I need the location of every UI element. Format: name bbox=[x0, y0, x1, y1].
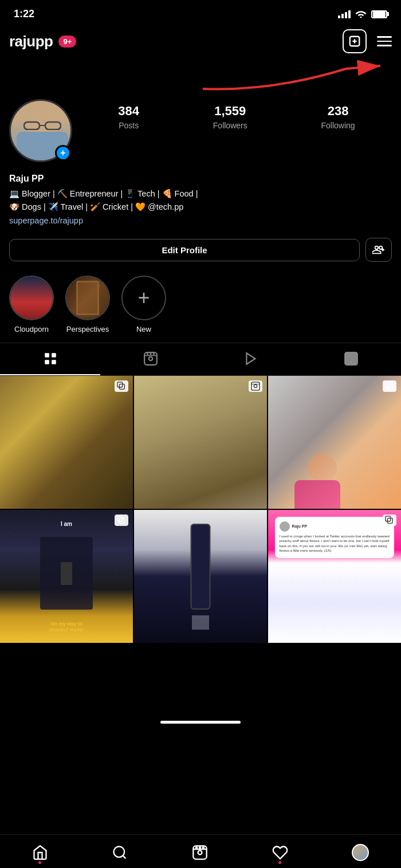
svg-rect-23 bbox=[251, 382, 260, 390]
followers-count: 1,559 bbox=[213, 104, 247, 119]
add-post-button[interactable] bbox=[343, 29, 367, 53]
svg-rect-6 bbox=[45, 122, 61, 129]
wifi-icon bbox=[355, 9, 367, 20]
highlight-perspectives-circle bbox=[65, 276, 110, 320]
following-count: 238 bbox=[321, 104, 355, 119]
stats-row: 384 Posts 1,559 Followers 238 Following bbox=[81, 99, 392, 130]
svg-point-13 bbox=[148, 357, 152, 361]
avatar-container: + bbox=[9, 99, 72, 162]
photo-poster[interactable]: I am On my way toIstanbul Mode! bbox=[0, 510, 133, 643]
status-icons bbox=[338, 9, 387, 20]
svg-point-17 bbox=[152, 354, 154, 355]
photo-phone[interactable] bbox=[134, 510, 267, 643]
svg-point-16 bbox=[150, 354, 151, 355]
highlight-new-label: New bbox=[136, 325, 151, 333]
photo-selfie[interactable] bbox=[268, 376, 401, 509]
activity-notification-dot bbox=[278, 861, 281, 864]
multiple-badge bbox=[115, 380, 128, 392]
profile-section: + 384 Posts 1,559 Followers 238 Followin… bbox=[0, 99, 401, 171]
header-left: rajupp 9+ bbox=[9, 33, 76, 50]
highlight-perspectives[interactable]: Perspectives bbox=[65, 276, 110, 333]
svg-rect-9 bbox=[52, 354, 56, 358]
menu-line bbox=[377, 45, 392, 46]
svg-point-24 bbox=[254, 385, 257, 388]
svg-point-32 bbox=[114, 847, 125, 858]
arrow-annotation bbox=[0, 60, 401, 95]
tagged-icon bbox=[344, 351, 359, 366]
followers-stat[interactable]: 1,559 Followers bbox=[213, 104, 247, 130]
svg-line-33 bbox=[123, 855, 126, 858]
profile-avatar-nav bbox=[352, 844, 369, 861]
multiple-badge-2 bbox=[383, 380, 396, 392]
tab-video[interactable] bbox=[200, 343, 301, 375]
highlight-cloudporn-circle bbox=[9, 276, 54, 320]
posts-stat[interactable]: 384 Posts bbox=[118, 104, 139, 130]
cloudporn-image bbox=[10, 277, 53, 319]
nav-activity[interactable] bbox=[265, 842, 295, 863]
photo-tweet-image: Raju PP I used to cringe when I looked a… bbox=[268, 510, 401, 643]
add-to-story-button[interactable]: + bbox=[55, 145, 71, 161]
bio-line1: 💻 Blogger | ⛏️ Entrepreneur | 📱 Tech | 🍕… bbox=[9, 189, 198, 198]
reels-icon bbox=[143, 351, 158, 366]
home-notification-dot bbox=[38, 861, 41, 864]
bio-link[interactable]: superpage.to/rajupp bbox=[9, 216, 392, 225]
svg-point-38 bbox=[199, 847, 200, 848]
following-label: Following bbox=[321, 121, 355, 130]
following-stat[interactable]: 238 Following bbox=[321, 104, 355, 130]
bio-text: 💻 Blogger | ⛏️ Entrepreneur | 📱 Tech | 🍕… bbox=[9, 187, 392, 214]
highlight-new[interactable]: + New bbox=[121, 276, 166, 333]
photo-tweet[interactable]: Raju PP I used to cringe when I looked a… bbox=[268, 510, 401, 643]
search-icon bbox=[112, 845, 128, 861]
photo-dog1[interactable] bbox=[0, 376, 133, 509]
display-name: Raju PP bbox=[9, 174, 392, 184]
posts-label: Posts bbox=[118, 121, 139, 130]
nav-search[interactable] bbox=[105, 842, 135, 863]
highlight-cloudporn[interactable]: Cloudporn bbox=[9, 276, 54, 333]
tab-tagged[interactable] bbox=[301, 343, 401, 375]
menu-line bbox=[377, 36, 392, 38]
svg-marker-18 bbox=[246, 354, 255, 365]
home-icon bbox=[32, 845, 48, 861]
svg-rect-8 bbox=[45, 354, 49, 358]
menu-button[interactable] bbox=[377, 36, 392, 46]
photo-dog1-image bbox=[0, 376, 133, 509]
edit-profile-button[interactable]: Edit Profile bbox=[9, 239, 360, 261]
perspectives-image bbox=[66, 277, 109, 319]
nav-reels[interactable] bbox=[185, 842, 215, 863]
reels-nav-icon bbox=[192, 845, 208, 861]
action-row: Edit Profile bbox=[0, 232, 401, 271]
menu-line bbox=[377, 41, 392, 42]
username: rajupp bbox=[9, 33, 53, 50]
bottom-navigation bbox=[0, 834, 401, 868]
photo-poster-image: I am On my way toIstanbul Mode! bbox=[0, 510, 133, 643]
nav-profile[interactable] bbox=[345, 842, 376, 863]
bio-line2: 🐶 Dogs | ✈️ Travel | 🏏 Cricket | 🧡 @tech… bbox=[9, 202, 183, 211]
multiple-badge-4 bbox=[383, 514, 396, 526]
avatar-glasses bbox=[23, 120, 61, 130]
svg-point-39 bbox=[203, 847, 204, 848]
play-icon bbox=[243, 351, 258, 366]
grid-icon bbox=[43, 351, 58, 366]
svg-point-35 bbox=[198, 851, 202, 855]
svg-point-0 bbox=[360, 16, 361, 17]
nav-home[interactable] bbox=[25, 842, 55, 863]
highlight-add-circle[interactable]: + bbox=[121, 276, 166, 320]
svg-rect-10 bbox=[45, 360, 49, 365]
multiple-badge-3 bbox=[115, 514, 128, 526]
header-right bbox=[343, 29, 392, 53]
profile-header: rajupp 9+ bbox=[0, 25, 401, 60]
signal-icon bbox=[338, 10, 351, 18]
photo-dog2[interactable] bbox=[134, 376, 267, 509]
tab-grid[interactable] bbox=[0, 343, 100, 375]
add-friend-button[interactable] bbox=[365, 238, 392, 262]
photo-selfie-image bbox=[268, 376, 401, 509]
heart-icon bbox=[272, 845, 288, 861]
bottom-spacer bbox=[0, 643, 401, 712]
photo-dog2-image bbox=[134, 376, 267, 509]
photo-phone-image bbox=[134, 510, 267, 643]
door-shape bbox=[76, 281, 99, 315]
notification-badge[interactable]: 9+ bbox=[58, 36, 76, 48]
tab-reels[interactable] bbox=[100, 343, 200, 375]
posts-count: 384 bbox=[118, 104, 139, 119]
battery-icon bbox=[371, 10, 387, 18]
